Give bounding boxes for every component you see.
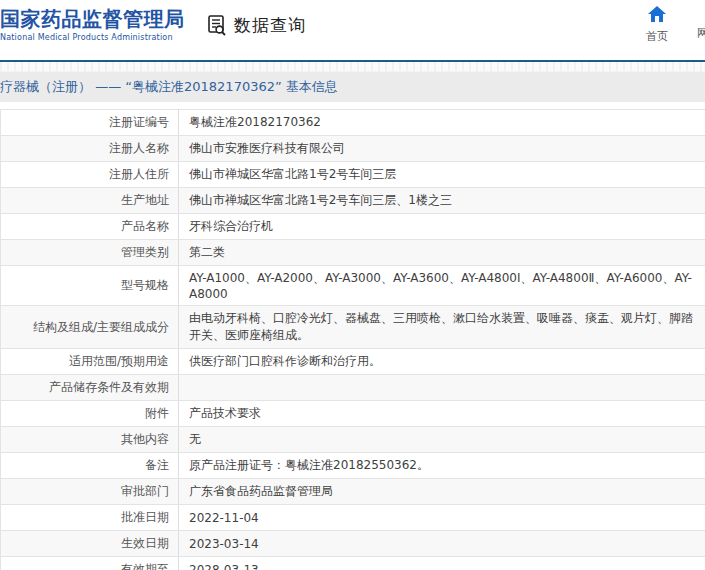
row-value: 无 bbox=[179, 427, 705, 452]
row-label-text: 审批部门 bbox=[121, 483, 169, 500]
table-row: 备注原产品注册证号：粤械注准20182550362。 bbox=[0, 453, 705, 479]
row-label: 产品名称 bbox=[0, 214, 179, 239]
row-label-text: 型号规格 bbox=[121, 277, 169, 294]
logo-subtitle: National Medical Products Administration bbox=[0, 33, 185, 42]
table-row: 附件产品技术要求 bbox=[0, 401, 705, 427]
row-value: 2022-11-04 bbox=[179, 505, 705, 530]
row-value: AY-A1000、AY-A2000、AY-A3000、AY-A3600、AY-A… bbox=[179, 266, 705, 305]
row-label: 生效日期 bbox=[0, 531, 179, 556]
row-label-text: 生产地址 bbox=[121, 192, 169, 209]
row-label: 注册人住所 bbox=[0, 162, 179, 187]
table-row: 注册人名称佛山市安雅医疗科技有限公司 bbox=[0, 136, 705, 162]
row-label: 有效期至 bbox=[0, 557, 179, 570]
row-label: 注册证编号 bbox=[0, 110, 179, 135]
nav-home-label: 首页 bbox=[637, 29, 677, 44]
home-icon bbox=[648, 6, 666, 22]
row-label-text: 注册人名称 bbox=[109, 140, 169, 157]
row-label: 备注 bbox=[0, 453, 179, 478]
table-row: 管理类别第二类 bbox=[0, 240, 705, 266]
row-label: 适用范围/预期用途 bbox=[0, 349, 179, 374]
row-label: 审批部门 bbox=[0, 479, 179, 504]
info-table: 注册证编号粤械注准20182170362注册人名称佛山市安雅医疗科技有限公司注册… bbox=[0, 109, 705, 570]
row-label-text: 附件 bbox=[145, 405, 169, 422]
page: { "header": { "logo": { "title": "国家药品监督… bbox=[0, 0, 705, 570]
row-label-text: 管理类别 bbox=[121, 244, 169, 261]
row-label: 管理类别 bbox=[0, 240, 179, 265]
row-label: 生产地址 bbox=[0, 188, 179, 213]
row-label-text: 有效期至 bbox=[121, 561, 169, 570]
table-row: 生产地址佛山市禅城区华富北路1号2号车间三层、1楼之三 bbox=[0, 188, 705, 214]
data-query-icon bbox=[205, 13, 229, 37]
data-query-label: 数据查询 bbox=[234, 14, 306, 37]
row-label-text: 生效日期 bbox=[121, 535, 169, 552]
row-label-text: 产品储存条件及有效期 bbox=[49, 379, 169, 396]
row-label: 其他内容 bbox=[0, 427, 179, 452]
row-value: 粤械注准20182170362 bbox=[179, 110, 705, 135]
row-value: 第二类 bbox=[179, 240, 705, 265]
data-query-section: 数据查询 bbox=[205, 13, 306, 37]
table-row: 注册证编号粤械注准20182170362 bbox=[0, 110, 705, 136]
row-label: 注册人名称 bbox=[0, 136, 179, 161]
row-value: 佛山市禅城区华富北路1号2号车间三层 bbox=[179, 162, 705, 187]
table-row: 型号规格AY-A1000、AY-A2000、AY-A3000、AY-A3600、… bbox=[0, 266, 705, 306]
row-label-text: 产品名称 bbox=[121, 218, 169, 235]
table-row: 批准日期2022-11-04 bbox=[0, 505, 705, 531]
pattern-strip bbox=[0, 62, 705, 72]
row-label: 型号规格 bbox=[0, 266, 179, 305]
row-label-text: 其他内容 bbox=[121, 431, 169, 448]
breadcrumb: 疗器械（注册） —— “粤械注准20182170362” 基本信息 bbox=[0, 72, 705, 102]
row-label-text: 批准日期 bbox=[121, 509, 169, 526]
logo-title: 国家药品监督管理局 bbox=[0, 7, 185, 31]
row-value: 由电动牙科椅、口腔冷光灯、器械盘、三用喷枪、漱口给水装置、吸唾器、痰盂、观片灯、… bbox=[179, 306, 705, 348]
table-row: 产品储存条件及有效期 bbox=[0, 375, 705, 401]
row-value: 牙科综合治疗机 bbox=[179, 214, 705, 239]
row-value: 广东省食品药品监督管理局 bbox=[179, 479, 705, 504]
nmpa-logo: 国家药品监督管理局 National Medical Products Admi… bbox=[0, 7, 185, 42]
row-value: 2028-03-13 bbox=[179, 557, 705, 570]
row-value: 佛山市安雅医疗科技有限公司 bbox=[179, 136, 705, 161]
table-row: 注册人住所佛山市禅城区华富北路1号2号车间三层 bbox=[0, 162, 705, 188]
row-label: 结构及组成/主要组成成分 bbox=[0, 306, 179, 348]
row-label: 附件 bbox=[0, 401, 179, 426]
row-label-text: 注册人住所 bbox=[109, 166, 169, 183]
row-value bbox=[179, 375, 705, 400]
table-row: 产品名称牙科综合治疗机 bbox=[0, 214, 705, 240]
nav-item-partial[interactable]: 网 bbox=[697, 26, 705, 41]
table-row: 其他内容无 bbox=[0, 427, 705, 453]
row-value: 原产品注册证号：粤械注准20182550362。 bbox=[179, 453, 705, 478]
table-row: 审批部门广东省食品药品监督管理局 bbox=[0, 479, 705, 505]
row-value: 佛山市禅城区华富北路1号2号车间三层、1楼之三 bbox=[179, 188, 705, 213]
table-row: 有效期至2028-03-13 bbox=[0, 557, 705, 570]
nav-home[interactable]: 首页 bbox=[637, 6, 677, 44]
table-row: 生效日期2023-03-14 bbox=[0, 531, 705, 557]
table-row: 适用范围/预期用途供医疗部门口腔科作诊断和治疗用。 bbox=[0, 349, 705, 375]
row-label: 批准日期 bbox=[0, 505, 179, 530]
table-row: 结构及组成/主要组成成分由电动牙科椅、口腔冷光灯、器械盘、三用喷枪、漱口给水装置… bbox=[0, 306, 705, 349]
row-label: 产品储存条件及有效期 bbox=[0, 375, 179, 400]
row-label-text: 结构及组成/主要组成成分 bbox=[33, 319, 169, 336]
row-value: 2023-03-14 bbox=[179, 531, 705, 556]
row-label-text: 注册证编号 bbox=[109, 114, 169, 131]
row-value: 供医疗部门口腔科作诊断和治疗用。 bbox=[179, 349, 705, 374]
row-label-text: 适用范围/预期用途 bbox=[69, 353, 169, 370]
row-value: 产品技术要求 bbox=[179, 401, 705, 426]
site-header: 国家药品监督管理局 National Medical Products Admi… bbox=[0, 0, 705, 60]
row-label-text: 备注 bbox=[145, 457, 169, 474]
